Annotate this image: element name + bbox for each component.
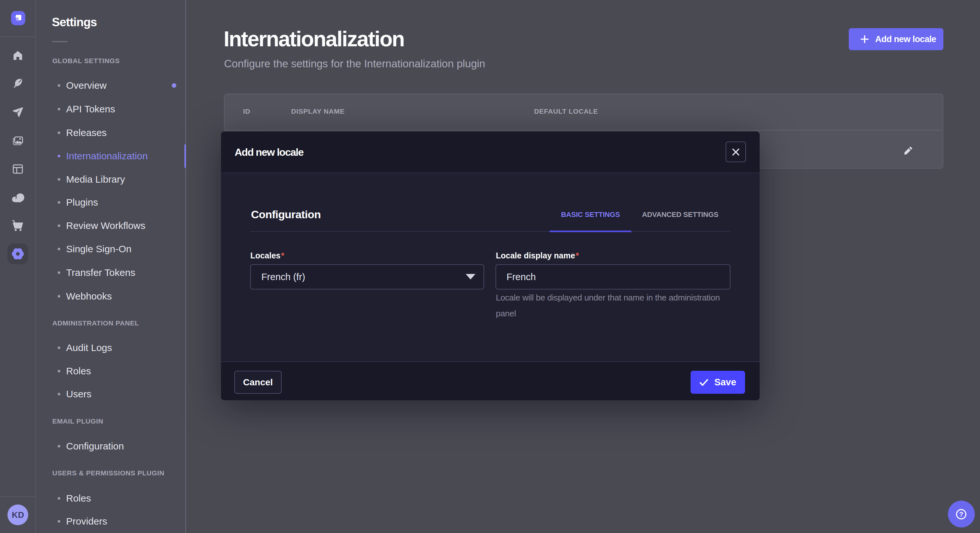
svg-text:?: ? [959, 511, 963, 518]
